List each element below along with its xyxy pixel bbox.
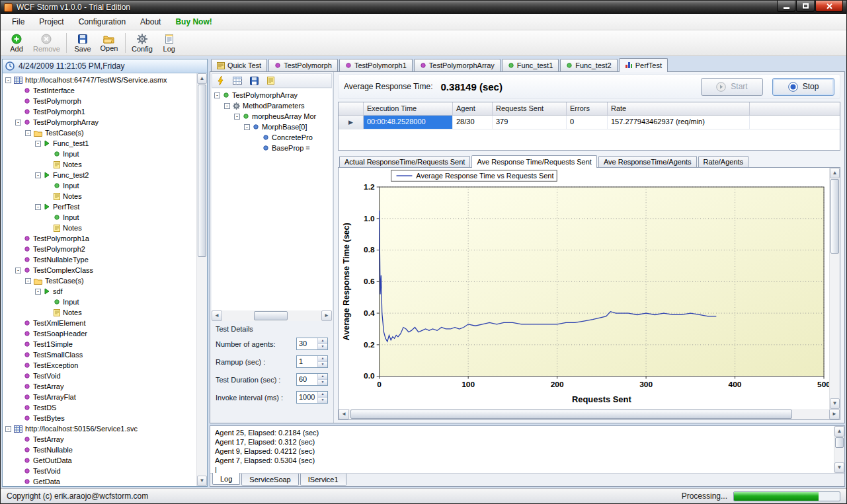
scroll-right-icon[interactable]: ► <box>321 310 332 321</box>
spin-up-icon[interactable]: ▲ <box>318 356 327 362</box>
remove-button[interactable]: Remove <box>30 31 63 55</box>
scroll-thumb[interactable] <box>198 85 206 257</box>
tree-item-testsoapheader[interactable]: TestSoapHeader <box>3 328 196 339</box>
tree-item-morphbase-0[interactable]: -MorphBase[0] <box>212 122 332 132</box>
cell-errors[interactable]: 0 <box>567 116 608 129</box>
tree-item-getdata[interactable]: GetData <box>3 476 196 486</box>
scroll-down-icon[interactable]: ▼ <box>197 476 207 486</box>
tree-item-testpolymorph[interactable]: TestPolymorph <box>3 96 196 106</box>
grid-button[interactable] <box>231 75 244 87</box>
duration-spinner[interactable]: 60 ▲▼ <box>296 373 328 386</box>
spin-up-icon[interactable]: ▲ <box>318 374 327 380</box>
notepad-button[interactable] <box>264 75 277 87</box>
chart-tab-ave-responsetime-agents[interactable]: Ave ResponseTime/Agents <box>598 156 697 167</box>
log-button[interactable]: Log <box>156 31 182 55</box>
add-button[interactable]: Add <box>3 31 30 55</box>
cell-agent[interactable]: 28/30 <box>453 116 493 129</box>
collapse-toggle-icon[interactable]: - <box>214 92 220 98</box>
tree-item-input[interactable]: Input <box>3 149 196 159</box>
collapse-toggle-icon[interactable]: - <box>15 268 21 273</box>
scroll-thumb[interactable] <box>835 437 844 448</box>
log-tab-servicesoap[interactable]: ServiceSoap <box>241 474 298 486</box>
scroll-left-icon[interactable]: ◄ <box>339 409 349 419</box>
col-header-agent[interactable]: Agent <box>453 102 493 115</box>
grid-row[interactable]: ▶ 00:00:48.2528000 28/30 379 0 157.27794… <box>339 116 840 129</box>
collapse-toggle-icon[interactable]: - <box>15 120 21 126</box>
minimize-button[interactable] <box>777 1 795 12</box>
collapse-toggle-icon[interactable]: - <box>224 103 230 109</box>
tree-item-testds[interactable]: TestDS <box>3 402 196 413</box>
col-header-rate[interactable]: Rate <box>608 102 750 115</box>
collapse-toggle-icon[interactable]: - <box>5 426 11 432</box>
save-button[interactable]: Save <box>69 31 96 55</box>
tree-item-testarray[interactable]: TestArray <box>3 381 196 392</box>
collapse-toggle-icon[interactable]: - <box>35 204 41 210</box>
spin-down-icon[interactable]: ▼ <box>318 398 327 403</box>
tree-item-func-test2[interactable]: -Func_test2 <box>3 170 196 180</box>
tree-item-getoutdata[interactable]: GetOutData <box>3 455 196 466</box>
collapse-toggle-icon[interactable]: - <box>35 141 41 147</box>
cell-requests-sent[interactable]: 379 <box>493 116 567 129</box>
collapse-toggle-icon[interactable]: - <box>35 289 41 295</box>
cell-execution-time[interactable]: 00:00:48.2528000 <box>364 116 453 129</box>
tree-item-testarrayflat[interactable]: TestArrayFlat <box>3 392 196 402</box>
tree-item-testxmlelement[interactable]: TestXmlElement <box>3 318 196 328</box>
collapse-toggle-icon[interactable]: - <box>5 77 11 83</box>
scroll-right-icon[interactable]: ► <box>829 409 840 419</box>
tree-item-sdf[interactable]: -sdf <box>3 286 196 297</box>
tree-item-testcase-s[interactable]: -TestCase(s) <box>3 127 196 138</box>
tree-item-notes[interactable]: Notes <box>3 307 196 318</box>
log-tab-iservice1[interactable]: IService1 <box>300 474 346 486</box>
col-header-requests-sent[interactable]: Requests Sent <box>493 102 567 115</box>
tree-item-testexception[interactable]: TestException <box>3 360 196 371</box>
tree-item-testcomplexclass[interactable]: -TestComplexClass <box>3 265 196 275</box>
menu-configuration[interactable]: Configuration <box>71 15 133 29</box>
open-button[interactable]: Open <box>96 31 122 55</box>
tree-item-methodparameters[interactable]: -MethodParameters <box>212 100 332 111</box>
maximize-button[interactable] <box>796 1 815 12</box>
tree-item-testvoid[interactable]: TestVoid <box>3 466 196 476</box>
tree-item-morpheusarray-mor[interactable]: -morpheusArray Mor <box>212 111 332 122</box>
tree-item-testpolymorpharray[interactable]: -TestPolymorphArray <box>3 117 196 127</box>
tab-testpolymorph[interactable]: TestPolymorph <box>268 59 338 71</box>
tree-item-testvoid[interactable]: TestVoid <box>3 371 196 381</box>
col-header-errors[interactable]: Errors <box>567 102 608 115</box>
scroll-thumb[interactable] <box>254 311 288 320</box>
spin-up-icon[interactable]: ▲ <box>318 392 327 398</box>
tree-item-input[interactable]: Input <box>3 180 196 191</box>
disk-button[interactable] <box>247 75 261 87</box>
config-button[interactable]: Config <box>128 31 156 55</box>
spin-down-icon[interactable]: ▼ <box>318 362 327 367</box>
tree-item-testnullable[interactable]: TestNullable <box>3 445 196 455</box>
tree-item-testnullabletype[interactable]: TestNullableType <box>3 254 196 265</box>
tree-item-testpolymorph1[interactable]: TestPolymorph1 <box>3 106 196 117</box>
stop-button[interactable]: Stop <box>772 78 834 96</box>
agents-spinner[interactable]: 30 ▲▼ <box>296 338 328 350</box>
spin-up-icon[interactable]: ▲ <box>318 338 327 344</box>
tree-vscrollbar[interactable]: ▲ ▼ <box>196 73 207 486</box>
spin-down-icon[interactable]: ▼ <box>318 380 327 385</box>
tree-item-input[interactable]: Input <box>3 212 196 223</box>
menu-about[interactable]: About <box>133 15 168 29</box>
tree-item-func-test1[interactable]: -Func_test1 <box>3 138 196 149</box>
close-button[interactable] <box>815 1 843 12</box>
tree-item-notes[interactable]: Notes <box>3 191 196 201</box>
tree-item-testcase-s[interactable]: -TestCase(s) <box>3 275 196 286</box>
tab-testpolymorph1[interactable]: TestPolymorph1 <box>339 59 413 71</box>
tree-item-testbytes[interactable]: TestBytes <box>3 413 196 423</box>
collapse-toggle-icon[interactable]: - <box>244 124 250 130</box>
log-vscrollbar[interactable]: ▲ ▼ <box>834 426 844 473</box>
tab-perftest[interactable]: PerfTest <box>619 58 668 72</box>
tree-item-notes[interactable]: Notes <box>3 223 196 233</box>
col-header-execution-time[interactable]: Execution Time <box>364 102 453 115</box>
scroll-up-icon[interactable]: ▲ <box>197 73 207 84</box>
scroll-left-icon[interactable]: ◄ <box>212 310 222 321</box>
tree-item-perftest[interactable]: -PerfTest <box>3 201 196 212</box>
scroll-up-icon[interactable]: ▲ <box>834 426 844 437</box>
interval-spinner[interactable]: 1000 ▲▼ <box>296 391 328 404</box>
collapse-toggle-icon[interactable]: - <box>25 130 31 136</box>
flash-button[interactable] <box>214 75 227 87</box>
tab-func-test2[interactable]: Func_test2 <box>560 59 617 71</box>
params-hscrollbar[interactable]: ◄ ► <box>212 310 332 321</box>
tab-testpolymorpharray[interactable]: TestPolymorphArray <box>414 59 501 71</box>
